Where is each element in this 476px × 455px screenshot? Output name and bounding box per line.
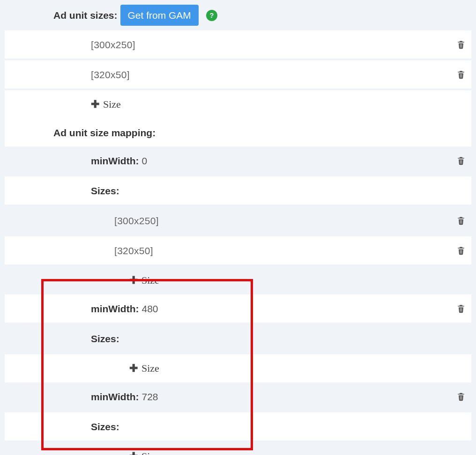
sizes-label: Sizes:: [91, 332, 119, 345]
breakpoint-minwidth-row: minWidth: 0: [5, 147, 471, 175]
add-size-button[interactable]: ✚ Size: [5, 90, 471, 118]
add-breakpoint-size-button[interactable]: ✚ Size: [5, 442, 471, 455]
size-value: [300x250]: [114, 214, 159, 228]
add-size-label: Size: [141, 273, 159, 288]
breakpoint-sizes-label-row: Sizes:: [5, 176, 471, 205]
trash-icon[interactable]: [456, 69, 466, 80]
add-size-label: Size: [141, 361, 159, 376]
trash-icon[interactable]: [456, 245, 466, 256]
get-from-gam-button[interactable]: Get from GAM: [120, 5, 199, 26]
ad-unit-sizes-label: Ad unit sizes:: [53, 8, 118, 22]
add-breakpoint-size-button[interactable]: ✚ Size: [5, 266, 471, 294]
add-size-label: Size: [141, 449, 159, 455]
trash-icon[interactable]: [456, 303, 466, 314]
breakpoint-sizes-label-row: Sizes:: [5, 324, 471, 352]
breakpoint-minwidth-row: minWidth: 480: [5, 294, 471, 323]
size-mapping-label: Ad unit size mapping:: [53, 126, 156, 139]
breakpoint-minwidth-row: minWidth: 728: [5, 382, 471, 411]
minwidth-label: minWidth:: [91, 390, 139, 404]
size-value: [320x50]: [91, 68, 130, 81]
help-icon[interactable]: ?: [206, 10, 217, 21]
minwidth-value: 480: [141, 302, 158, 316]
breakpoint-size-row: [300x250]: [5, 206, 471, 235]
sizes-label: Sizes:: [91, 420, 119, 433]
plus-icon: ✚: [129, 273, 138, 288]
size-value: [300x250]: [91, 38, 135, 51]
minwidth-label: minWidth:: [91, 302, 139, 316]
plus-icon: ✚: [129, 449, 138, 455]
plus-icon: ✚: [129, 361, 138, 376]
size-row: [320x50]: [5, 60, 471, 88]
size-value: [320x50]: [114, 244, 153, 257]
minwidth-value: 0: [141, 154, 147, 168]
add-size-label: Size: [103, 97, 121, 112]
ad-unit-sizes-header: Ad unit sizes: Get from GAM ?: [5, 0, 471, 30]
trash-icon[interactable]: [456, 391, 466, 402]
minwidth-label: minWidth:: [91, 154, 139, 168]
size-mapping-header: Ad unit size mapping:: [5, 118, 471, 147]
breakpoint-size-row: [320x50]: [5, 236, 471, 264]
trash-icon[interactable]: [456, 215, 466, 226]
plus-icon: ✚: [91, 97, 99, 112]
sizes-label: Sizes:: [91, 184, 119, 198]
add-breakpoint-size-button[interactable]: ✚ Size: [5, 354, 471, 382]
breakpoint-sizes-label-row: Sizes:: [5, 412, 471, 440]
minwidth-value: 728: [141, 390, 158, 404]
size-row: [300x250]: [5, 30, 471, 59]
trash-icon[interactable]: [456, 155, 466, 166]
trash-icon[interactable]: [456, 39, 466, 50]
